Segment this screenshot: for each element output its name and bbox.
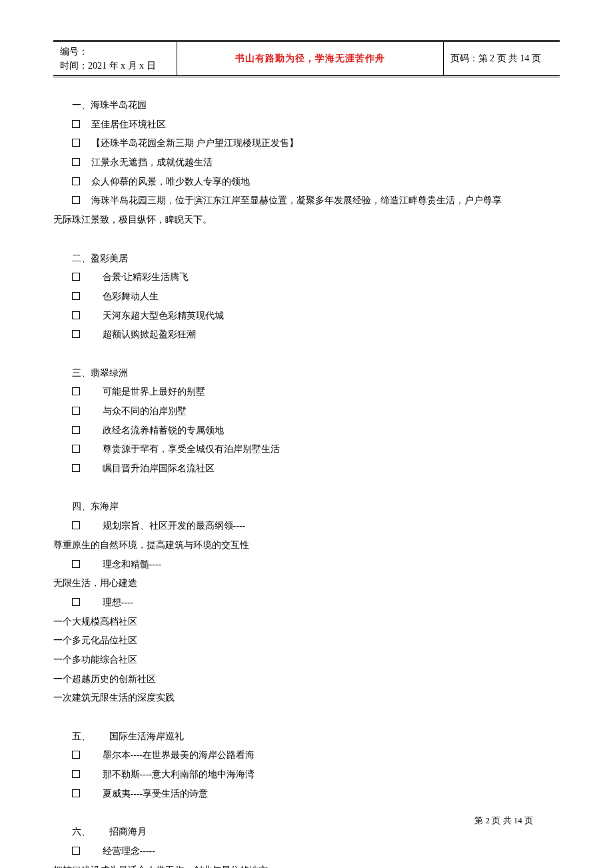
- body-line: 一个多元化品位社区: [53, 631, 560, 651]
- header-table: 编号： 时间：2021 年 x 月 x 日 书山有路勤为径，学海无涯苦作舟 页码…: [53, 40, 560, 77]
- doc-number-label: 编号：: [60, 45, 170, 59]
- doc-time: 时间：2021 年 x 月 x 日: [60, 59, 170, 73]
- item-text: 理想----: [103, 597, 134, 607]
- item-text: 江景永无遮挡，成就优越生活: [91, 157, 213, 167]
- body-line: 一次建筑无限生活的深度实践: [53, 689, 560, 708]
- item-text: 可能是世界上最好的别墅: [103, 387, 205, 397]
- checkbox-icon: [72, 120, 80, 128]
- item-text: 超额认购掀起盈彩狂潮: [103, 329, 196, 339]
- list-item: 政经名流养精蓄锐的专属领地: [53, 421, 560, 441]
- list-item: 墨尔本----在世界最美的海岸公路看海: [53, 746, 560, 765]
- section-title: 二、盈彩美居: [53, 249, 560, 269]
- document-body: 一、海珠半岛花园 至佳居住环境社区 【还珠半岛花园全新三期 户户望江现楼现正发售…: [53, 96, 560, 868]
- checkbox-icon: [72, 311, 80, 319]
- body-line: 一个超越历史的创新社区: [53, 670, 560, 689]
- item-text: 政经名流养精蓄锐的专属领地: [103, 425, 224, 435]
- checkbox-icon: [72, 330, 80, 338]
- checkbox-icon: [72, 158, 80, 166]
- checkbox-icon: [72, 445, 80, 453]
- list-item: 至佳居住环境社区: [53, 115, 560, 135]
- list-item: 可能是世界上最好的别墅: [53, 383, 560, 402]
- item-text: 众人仰慕的风景，唯少数人专享的领地: [91, 177, 250, 187]
- item-text: 天河东超大型色彩精英现代城: [103, 311, 224, 321]
- item-text: 色彩舞动人生: [103, 291, 159, 301]
- list-item: 理想----: [53, 593, 560, 613]
- list-item: 江景永无遮挡，成就优越生活: [53, 153, 560, 173]
- body-line: 尊重原生的自然环境，提高建筑与环境的交互性: [53, 536, 560, 555]
- item-text: 理念和精髓----: [103, 559, 162, 569]
- item-text: 至佳居住环境社区: [91, 119, 166, 129]
- item-text: 合景·让精彩生活腾飞: [103, 272, 189, 282]
- checkbox-icon: [72, 560, 80, 568]
- item-text: 墨尔本----在世界最美的海岸公路看海: [103, 750, 255, 760]
- header-motto: 书山有路勤为径，学海无涯苦作舟: [177, 41, 443, 77]
- body-line: 无限生活，用心建造: [53, 574, 560, 593]
- list-item: 与众不同的泊岸别墅: [53, 402, 560, 421]
- body-line: 把蛇口建设成为最适合人类工作、创业与居住的地方: [53, 861, 560, 869]
- list-item: 经营理念-----: [53, 842, 560, 861]
- checkbox-icon: [72, 847, 80, 855]
- item-text: 那不勒斯----意大利南部的地中海海湾: [103, 769, 255, 779]
- item-text: 尊贵源于罕有，享受全城仅有泊岸别墅生活: [103, 444, 280, 454]
- list-item: 色彩舞动人生: [53, 287, 560, 307]
- item-text: 经营理念-----: [103, 846, 155, 856]
- item-text: 夏威夷----享受生活的诗意: [103, 789, 209, 799]
- checkbox-icon: [72, 292, 80, 300]
- page-footer: 第 2 页 共 14 页: [474, 815, 533, 827]
- list-item: 海珠半岛花园三期，位于滨江东江岸至显赫位置，凝聚多年发展经验，缔造江畔尊贵生活，…: [53, 191, 560, 211]
- wrap-line: 无际珠江景致，极目纵怀，睥睨天下。: [53, 211, 560, 230]
- section-title: 五、 国际生活海岸巡礼: [53, 727, 560, 747]
- list-item: 瞩目晋升泊岸国际名流社区: [53, 459, 560, 479]
- checkbox-icon: [72, 387, 80, 395]
- section-title: 三、翡翠绿洲: [53, 364, 560, 383]
- checkbox-icon: [72, 139, 80, 147]
- checkbox-icon: [72, 598, 80, 606]
- list-item: 众人仰慕的风景，唯少数人专享的领地: [53, 173, 560, 192]
- item-text: 与众不同的泊岸别墅: [103, 406, 187, 416]
- list-item: 【还珠半岛花园全新三期 户户望江现楼现正发售】: [53, 134, 560, 153]
- body-line: 一个多功能综合社区: [53, 651, 560, 670]
- checkbox-icon: [72, 751, 80, 759]
- header-page: 页码：第 2 页 共 14 页: [443, 41, 560, 77]
- item-text: 瞩目晋升泊岸国际名流社区: [103, 463, 215, 473]
- checkbox-icon: [72, 273, 80, 281]
- checkbox-icon: [72, 407, 80, 415]
- header-left: 编号： 时间：2021 年 x 月 x 日: [53, 41, 177, 77]
- item-text: 【还珠半岛花园全新三期 户户望江现楼现正发售】: [91, 138, 299, 148]
- list-item: 规划宗旨、社区开发的最高纲领----: [53, 517, 560, 536]
- list-item: 合景·让精彩生活腾飞: [53, 268, 560, 287]
- item-text: 规划宗旨、社区开发的最高纲领----: [103, 521, 246, 531]
- checkbox-icon: [72, 196, 80, 204]
- list-item: 那不勒斯----意大利南部的地中海海湾: [53, 765, 560, 785]
- list-item: 尊贵源于罕有，享受全城仅有泊岸别墅生活: [53, 440, 560, 459]
- checkbox-icon: [72, 789, 80, 797]
- checkbox-icon: [72, 521, 80, 529]
- checkbox-icon: [72, 770, 80, 778]
- section-title: 一、海珠半岛花园: [53, 96, 560, 115]
- list-item: 理念和精髓----: [53, 555, 560, 575]
- checkbox-icon: [72, 426, 80, 434]
- list-item: 夏威夷----享受生活的诗意: [53, 785, 560, 804]
- checkbox-icon: [72, 177, 80, 185]
- list-item: 超额认购掀起盈彩狂潮: [53, 325, 560, 345]
- section-title: 四、东海岸: [53, 497, 560, 517]
- list-item: 天河东超大型色彩精英现代城: [53, 307, 560, 326]
- checkbox-icon: [72, 464, 80, 472]
- body-line: 一个大规模高档社区: [53, 613, 560, 632]
- item-text: 海珠半岛花园三期，位于滨江东江岸至显赫位置，凝聚多年发展经验，缔造江畔尊贵生活，…: [91, 195, 502, 205]
